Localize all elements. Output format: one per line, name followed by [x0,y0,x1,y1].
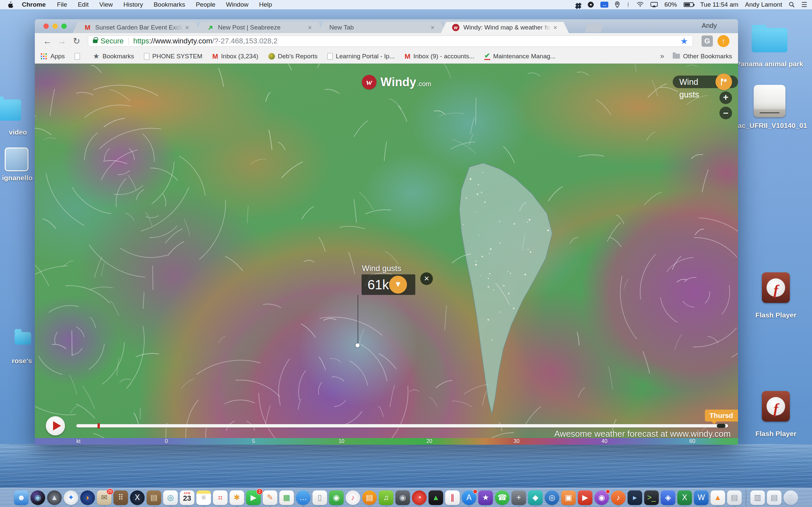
bookmark-apps[interactable]: Apps [41,52,65,61]
bookmark-deb-s-reports[interactable]: Deb's Reports [268,52,318,61]
dock-x-app-icon[interactable]: X [130,491,145,505]
dock-blue-globe-icon[interactable]: ◎ [545,491,559,505]
reload-button[interactable]: ↻ [69,36,84,46]
dock-trash-icon[interactable]: ▯ [783,491,798,505]
menu-help[interactable]: Help [254,1,277,8]
teamviewer-icon[interactable]: ↔ [600,2,608,8]
dock-safari-icon[interactable]: ✦ [64,491,78,505]
dock-stack-documents-icon[interactable]: ▥ [750,491,765,505]
dock-vlc-icon[interactable]: ▲ [711,491,725,505]
tab-close-button[interactable]: × [552,24,559,32]
picker-close-button[interactable]: × [420,272,433,285]
dock-photo-booth-icon[interactable]: ◉ [395,491,410,505]
dock-calendar-icon[interactable]: JAN23 [180,491,194,505]
dock-app-store-icon[interactable]: A [462,491,476,505]
bluetooth-icon[interactable]: ᛂ [626,1,630,8]
dock-remote-icon[interactable]: ▸ [627,491,642,505]
zoom-in-button[interactable]: + [719,92,732,104]
dock-maps-icon[interactable]: ◉ [329,491,344,505]
airplay-icon[interactable] [651,1,658,8]
tab-close-button[interactable]: × [184,24,191,32]
dock-stocks-icon[interactable]: ▲ [428,491,443,505]
apple-menu-icon[interactable] [5,1,16,8]
dock-blue-app-icon[interactable]: ◈ [661,491,675,505]
extension-upload-icon[interactable]: ↑ [717,35,729,47]
fullscreen-window-button[interactable] [61,23,67,29]
tab-4[interactable]: wWindy: Wind map & weather fo× [441,22,569,33]
location-icon[interactable] [615,1,620,8]
dock-contacts-icon[interactable]: ▤ [147,491,161,505]
minimize-window-button[interactable] [52,23,58,29]
tab-close-button[interactable]: × [429,24,436,32]
bookmark-star-icon[interactable]: ★ [680,36,688,46]
dock-purple-star-icon[interactable]: ★ [478,491,493,505]
bookmark-bookmarks[interactable]: ★Bookmarks [93,52,134,61]
windy-map[interactable]: w Windy .com Wind gusts + – Wind gusts 6… [35,64,738,445]
forward-button[interactable]: → [55,36,69,46]
dock-itunes-icon[interactable]: ♪ [346,491,360,505]
back-button[interactable]: ← [40,36,55,46]
zoom-out-button[interactable]: – [719,107,732,119]
picker-location-dot[interactable] [356,343,360,347]
dock-podcasts-icon[interactable]: ◉ [595,491,609,505]
dock-launchpad-icon[interactable]: ▲ [47,491,62,505]
spotlight-search-icon[interactable] [789,1,795,8]
menubar-clock[interactable]: Tue 11:54 am [700,1,739,8]
menu-app-name[interactable]: Chrome [16,1,52,8]
bookmark-learning-portal-ip-[interactable]: Learning Portal - Ip... [327,52,394,61]
menu-view[interactable]: View [94,1,118,8]
dock-parallels-icon[interactable]: ∥ [445,491,460,505]
other-bookmarks-button[interactable]: Other Bookmarks [683,53,732,60]
dock-word-icon[interactable]: W [694,491,709,505]
extension-g-icon[interactable]: G [702,36,713,47]
menu-history[interactable]: History [118,1,148,8]
timeline-handle[interactable] [717,424,725,428]
dock-clock-icon[interactable]: ◔ [412,491,426,505]
bookmark-untitled[interactable] [74,52,83,61]
windsock-icon[interactable] [715,73,732,90]
tab-1[interactable]: MSunset Garden Bar Event Exclu× [72,22,201,33]
dock-notes-icon[interactable]: ≡ [196,491,211,505]
bookmark-phone-system[interactable]: PHONE SYSTEM [144,52,202,61]
security-label[interactable]: Secure [101,37,124,45]
menu-window[interactable]: Window [220,1,254,8]
tab-close-button[interactable]: × [306,24,313,32]
menubar-user[interactable]: Andy Lamont [745,1,782,8]
dock-messages-icon[interactable]: … [296,491,310,505]
dock-firefox-icon[interactable]: ◗ [80,491,95,505]
dock-numbers-icon[interactable]: ▦ [279,491,294,505]
bookmark-inbox-9-accounts-[interactable]: MInbox (9) - accounts... [405,52,474,61]
dock-web-document-icon[interactable]: ◎ [163,491,178,505]
new-tab-button[interactable] [585,23,604,33]
bookmark-inbox-3-234-[interactable]: MInbox (3,234) [212,52,258,61]
dock-orange-music-icon[interactable]: ♪ [611,491,625,505]
bookmark-maintenance-manag-[interactable]: ✔Maintenance Manag... [484,52,556,61]
dock-keynote-icon[interactable]: ▯ [312,491,327,505]
menu-bookmarks[interactable]: Bookmarks [148,1,190,8]
close-window-button[interactable] [44,23,49,29]
dock-calculator-icon[interactable]: + [511,491,526,505]
notification-center-icon[interactable]: ☰ [801,1,807,8]
tab-3[interactable]: New Tab× [318,22,446,33]
picker-dropdown-button[interactable]: ▾ [389,276,407,294]
dock-stack-downloads-icon[interactable]: ▤ [767,491,781,505]
dock-green-music-icon[interactable]: ♫ [379,491,393,505]
dock-teal-app-icon[interactable]: ◆ [528,491,543,505]
dock-green-phone-icon[interactable]: ☎ [495,491,509,505]
dock-pages-icon[interactable]: ✎ [263,491,277,505]
dock-reminders-icon[interactable]: ⠶ [213,491,227,505]
dock-excel-icon[interactable]: X [677,491,692,505]
dropbox-icon[interactable] [576,1,581,8]
dock-orange-app-icon[interactable]: ▣ [561,491,576,505]
wifi-icon[interactable] [637,1,644,8]
dock-mail-icon[interactable]: ✉20 [97,491,111,505]
dock-siri-icon[interactable]: ◉ [31,491,45,505]
dock-facetime-icon[interactable]: ▶2 [246,491,261,505]
dock-books-icon[interactable]: ▤ [362,491,377,505]
screen-record-icon[interactable]: ■ [588,2,594,8]
dock-terminal-icon[interactable]: >_ [644,491,659,505]
chrome-profile-name[interactable]: Andy [702,22,717,30]
menu-file[interactable]: File [52,1,72,8]
bookmarks-overflow-icon[interactable]: » [660,52,664,61]
tab-2[interactable]: ➜New Post | Seabreeze× [195,22,323,33]
